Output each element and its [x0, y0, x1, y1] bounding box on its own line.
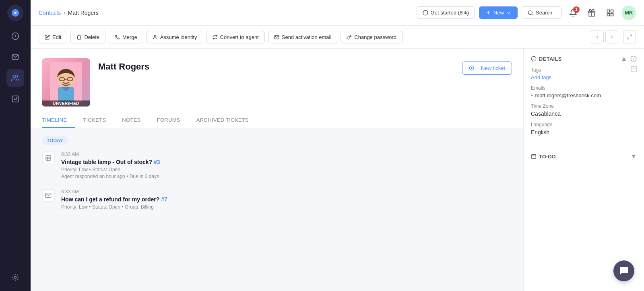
expand-icon — [627, 34, 632, 40]
profile-avatar — [42, 58, 90, 107]
tab-notes[interactable]: NOTES — [114, 113, 149, 128]
trash-icon — [76, 35, 82, 40]
svg-rect-42 — [631, 66, 637, 72]
new-ticket-button[interactable]: + New ticket — [462, 61, 512, 75]
timeline-title[interactable]: Vintage table lamp - Out of stock? #3 — [61, 159, 512, 165]
merge-icon — [115, 35, 120, 40]
svg-rect-10 — [607, 10, 610, 12]
edit-button[interactable]: Edit — [39, 31, 67, 43]
profile-name: Matt Rogers — [98, 61, 454, 72]
chat-icon — [619, 266, 629, 276]
details-info-icon[interactable] — [630, 55, 637, 62]
sidebar-item-settings[interactable] — [6, 268, 24, 286]
svg-point-15 — [116, 35, 117, 36]
timeline-title[interactable]: How can I get a refund for my order? #7 — [61, 196, 512, 203]
todo-title-text: TO-DO — [539, 154, 556, 160]
breadcrumb-current: Matt Rogers — [68, 10, 99, 16]
rewards-button[interactable] — [584, 6, 599, 20]
todo-collapse-button[interactable]: ▼ — [630, 153, 637, 160]
chat-bubble[interactable] — [613, 260, 634, 281]
search-label: Search — [536, 10, 552, 16]
svg-point-14 — [118, 38, 119, 39]
search-icon — [528, 10, 533, 16]
search-button[interactable]: Search — [522, 6, 562, 19]
sidebar-item-home[interactable] — [6, 27, 24, 45]
calendar-icon — [531, 154, 537, 159]
new-button[interactable]: New — [479, 6, 518, 19]
timeline-time: 8:33 AM — [61, 152, 512, 157]
notifications-button[interactable]: 1 — [566, 6, 580, 20]
person-silhouette — [50, 62, 82, 102]
tab-tickets[interactable]: TICKETS — [75, 113, 114, 128]
chevron-left-icon — [594, 34, 600, 40]
email-item: • matt.rogers@freshdesk.com — [531, 92, 637, 98]
timeline-area: TODAY 8:33 AM Vintage t — [31, 128, 523, 291]
merge-button[interactable]: Merge — [109, 31, 143, 43]
merge-label: Merge — [122, 34, 137, 40]
ticket-icon — [42, 152, 55, 164]
details-section-title: DETAILS — [531, 56, 562, 62]
timeline-meta: Priority: Low • Status: Open — [61, 167, 512, 172]
main-wrapper: Contacts › Matt Rogers Get started (8%) … — [31, 0, 644, 291]
user-avatar[interactable]: MR — [621, 6, 636, 20]
bullet-icon: • — [531, 92, 533, 98]
details-collapse-button[interactable]: ▲ — [621, 55, 627, 62]
change-password-label: Change password — [354, 34, 396, 40]
expand-button[interactable] — [623, 31, 636, 43]
timezone-value: Casablanca — [531, 111, 637, 117]
tab-archived-tickets[interactable]: ARCHIVED TICKETS — [188, 113, 257, 128]
details-section-header: DETAILS ▲ — [531, 55, 637, 62]
convert-icon — [213, 35, 218, 40]
sidebar-item-contacts[interactable] — [6, 69, 24, 87]
gift-icon — [588, 9, 596, 17]
nav-next-button[interactable] — [605, 31, 618, 43]
toolbar-nav — [591, 31, 636, 43]
language-value: English — [531, 129, 637, 135]
todo-section: TO-DO ▼ — [524, 147, 644, 166]
sidebar — [0, 0, 31, 291]
sidebar-item-inbox[interactable] — [6, 48, 24, 66]
svg-point-16 — [154, 35, 156, 37]
change-password-button[interactable]: Change password — [341, 31, 402, 43]
progress-icon — [423, 10, 428, 16]
sidebar-item-reports[interactable] — [6, 90, 24, 108]
profile-top: UNVERIFIED Matt Rogers + New ticket — [42, 58, 512, 107]
breadcrumb-contacts-link[interactable]: Contacts — [39, 10, 61, 16]
toolbar: Edit Delete Merge Assume identity — [31, 26, 644, 49]
identity-icon — [153, 35, 158, 40]
logo[interactable] — [7, 5, 23, 21]
today-badge: TODAY — [42, 136, 68, 145]
convert-to-agent-label: Convert to agent — [220, 34, 259, 40]
emails-label: Emails — [531, 85, 637, 91]
profile-info: Matt Rogers — [98, 58, 454, 72]
tab-forums[interactable]: FORUMS — [149, 113, 188, 128]
right-panel: DETAILS ▲ Tags Add tags Emails — [523, 49, 644, 291]
breadcrumb-separator: › — [63, 9, 65, 16]
email-value: matt.rogers@freshdesk.com — [535, 92, 601, 98]
email-send-icon — [274, 35, 279, 40]
edit-label: Edit — [52, 34, 61, 40]
tags-label: Tags — [531, 67, 637, 73]
language-label: Language — [531, 122, 637, 127]
add-tags-link[interactable]: Add tags — [531, 74, 637, 80]
delete-label: Delete — [84, 34, 99, 40]
assume-identity-button[interactable]: Assume identity — [147, 31, 203, 43]
svg-rect-28 — [46, 156, 51, 160]
entry-title-text: Vintage table lamp - Out of stock? — [61, 159, 152, 165]
svg-rect-38 — [532, 154, 536, 159]
delete-button[interactable]: Delete — [70, 31, 105, 43]
table-row: 8:33 AM How can I get a refund for my or… — [42, 189, 512, 211]
send-activation-email-button[interactable]: Send activation email — [268, 31, 338, 43]
unverified-badge: UNVERIFIED — [42, 100, 90, 107]
topbar: Contacts › Matt Rogers Get started (8%) … — [31, 0, 644, 26]
svg-point-7 — [528, 10, 532, 14]
profile-header: UNVERIFIED Matt Rogers + New ticket — [31, 49, 523, 128]
calendar-extra-icon[interactable] — [630, 65, 638, 72]
email-timeline-icon — [42, 189, 55, 202]
nav-prev-button[interactable] — [591, 31, 604, 43]
topbar-actions: Get started (8%) New Search — [417, 6, 636, 20]
convert-to-agent-button[interactable]: Convert to agent — [206, 31, 265, 43]
get-started-button[interactable]: Get started (8%) — [417, 6, 475, 19]
apps-button[interactable] — [603, 6, 617, 20]
tab-timeline[interactable]: TIMELINE — [42, 113, 75, 128]
